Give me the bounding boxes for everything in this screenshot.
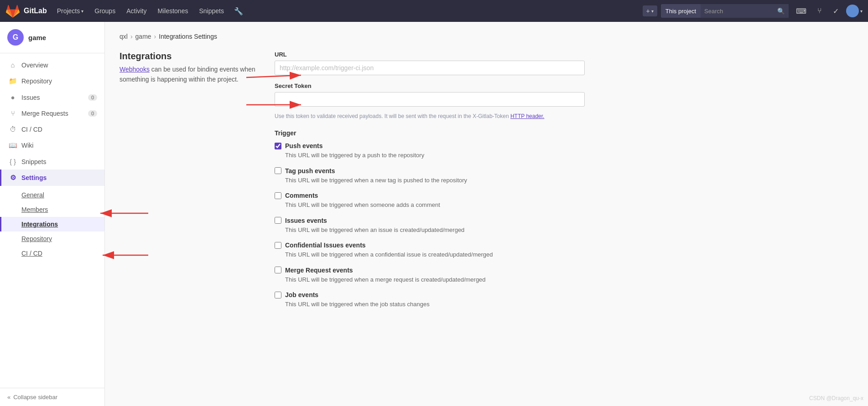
url-input[interactable] xyxy=(275,61,585,75)
breadcrumb-qxl[interactable]: qxl xyxy=(120,33,128,40)
sidebar-sub-item-members[interactable]: Members xyxy=(0,202,104,217)
issues-events-desc: This URL will be triggered when an issue… xyxy=(285,226,585,235)
job-events-checkbox[interactable] xyxy=(275,292,281,298)
nav-activity[interactable]: Activity xyxy=(122,5,151,16)
main-content: qxl › game › Integrations Settings Integ… xyxy=(105,22,868,406)
sidebar-sub-item-repository[interactable]: Repository xyxy=(0,231,104,246)
breadcrumb: qxl › game › Integrations Settings xyxy=(120,33,853,40)
trigger-title: Trigger xyxy=(275,129,585,137)
sidebar-item-ci-cd[interactable]: ⏱ CI / CD xyxy=(0,121,104,137)
search-submit-button[interactable]: 🔍 xyxy=(774,4,789,18)
trigger-checkbox-row-job: Job events xyxy=(275,291,585,298)
merge-request-events-label: Merge Request events xyxy=(285,267,353,274)
issues-icon: ● xyxy=(9,93,17,101)
sidebar-sub-item-integrations-label: Integrations xyxy=(21,221,58,228)
ci-cd-icon: ⏱ xyxy=(9,125,17,133)
trigger-checkbox-row-comments: Comments xyxy=(275,192,585,199)
page-description: Webhooks can be used for binding events … xyxy=(120,64,256,85)
comments-desc: This URL will be triggered when someone … xyxy=(285,200,585,210)
sidebar-item-settings[interactable]: ⚙ Settings xyxy=(0,170,104,186)
trigger-item-push-events: Push events This URL will be triggered b… xyxy=(275,142,585,160)
sidebar-item-snippets-label: Snippets xyxy=(21,158,46,165)
sidebar-item-repository-label: Repository xyxy=(21,77,52,85)
sidebar-item-snippets[interactable]: { } Snippets xyxy=(0,154,104,170)
merge-requests-nav-button[interactable]: ⑂ xyxy=(814,5,826,17)
wiki-icon: 📖 xyxy=(9,141,17,149)
plus-button[interactable]: + ▾ xyxy=(643,5,657,16)
confidential-issues-checkbox[interactable] xyxy=(275,242,281,249)
sidebar-item-overview[interactable]: ⌂ Overview xyxy=(0,57,104,73)
sidebar-item-ci-cd-label: CI / CD xyxy=(21,126,42,133)
sidebar-project-avatar: G xyxy=(7,29,24,46)
sidebar-item-issues-label: Issues xyxy=(21,94,40,101)
collapse-sidebar[interactable]: « Collapse sidebar xyxy=(0,388,104,406)
sidebar-item-wiki[interactable]: 📖 Wiki xyxy=(0,137,104,154)
this-project-button[interactable]: This project xyxy=(661,4,701,18)
sidebar-item-repository[interactable]: 📁 Repository xyxy=(0,73,104,89)
keyboard-shortcut-button[interactable]: ⌨ xyxy=(792,5,810,17)
push-events-checkbox[interactable] xyxy=(275,143,281,149)
user-menu-button[interactable]: ▾ xyxy=(846,5,863,17)
page-wrapper: G game ⌂ Overview 📁 Repository ● Issues … xyxy=(0,22,868,406)
settings-icon: ⚙ xyxy=(9,174,17,182)
snippets-icon: { } xyxy=(9,158,17,165)
sidebar: G game ⌂ Overview 📁 Repository ● Issues … xyxy=(0,22,105,406)
merge-request-events-checkbox[interactable] xyxy=(275,267,281,273)
trigger-item-job: Job events This URL will be triggered wh… xyxy=(275,291,585,309)
trigger-checkbox-row-tag: Tag push events xyxy=(275,167,585,175)
trigger-checkbox-row-confidential: Confidential Issues events xyxy=(275,242,585,249)
sidebar-item-merge-requests[interactable]: ⑂ Merge Requests 0 xyxy=(0,105,104,121)
sidebar-sub-item-general[interactable]: General xyxy=(0,188,104,202)
merge-requests-badge: 0 xyxy=(88,110,97,117)
topnav: GitLab Projects ▾ Groups Activity Milest… xyxy=(0,0,868,22)
search-icon: 🔍 xyxy=(777,8,785,15)
trigger-checkbox-row-merge: Merge Request events xyxy=(275,267,585,274)
merge-requests-icon: ⑂ xyxy=(9,109,17,117)
breadcrumb-sep-1: › xyxy=(130,33,133,40)
search-input[interactable] xyxy=(701,4,774,18)
push-events-label: Push events xyxy=(285,142,322,149)
trigger-item-confidential-issues: Confidential Issues events This URL will… xyxy=(275,242,585,259)
job-events-desc: This URL will be triggered when the job … xyxy=(285,300,585,309)
comments-label: Comments xyxy=(285,192,318,199)
repository-icon: 📁 xyxy=(9,77,17,85)
http-header-link[interactable]: HTTP header. xyxy=(510,113,544,119)
sidebar-item-overview-label: Overview xyxy=(21,62,48,69)
breadcrumb-game[interactable]: game xyxy=(135,33,151,40)
secret-token-label: Secret Token xyxy=(275,82,585,89)
confidential-issues-label: Confidential Issues events xyxy=(285,242,366,249)
sidebar-sub-item-ci-cd[interactable]: CI / CD xyxy=(0,246,104,261)
issues-nav-button[interactable]: ✓ xyxy=(829,5,842,17)
comments-checkbox[interactable] xyxy=(275,192,281,199)
issues-events-checkbox[interactable] xyxy=(275,217,281,224)
sidebar-project-name: game xyxy=(28,34,46,41)
push-events-desc: This URL will be triggered by a push to … xyxy=(285,151,585,160)
nav-projects[interactable]: Projects ▾ xyxy=(52,5,88,16)
nav-milestones[interactable]: Milestones xyxy=(153,5,193,16)
sidebar-item-merge-requests-label: Merge Requests xyxy=(21,110,68,117)
trigger-checkbox-row-issues: Issues events xyxy=(275,217,585,224)
sidebar-item-issues[interactable]: ● Issues 0 xyxy=(0,89,104,105)
trigger-item-issues: Issues events This URL will be triggered… xyxy=(275,217,585,235)
trigger-section: Trigger Push events This URL will be tri… xyxy=(275,129,585,309)
merge-request-events-desc: This URL will be triggered when a merge … xyxy=(285,275,585,284)
confidential-issues-desc: This URL will be triggered when a confid… xyxy=(285,250,585,259)
settings-sub-nav: General Members Integrations Repository … xyxy=(0,186,104,264)
plus-arrow: ▾ xyxy=(651,9,654,14)
secret-token-input[interactable] xyxy=(275,92,585,107)
collapse-sidebar-icon: « xyxy=(7,394,10,401)
tag-push-checkbox[interactable] xyxy=(275,167,281,174)
wrench-button[interactable]: 🔧 xyxy=(230,5,247,17)
sidebar-sub-item-integrations[interactable]: Integrations xyxy=(0,217,104,231)
topnav-nav: Projects ▾ Groups Activity Milestones Sn… xyxy=(52,5,641,17)
topnav-right: + ▾ This project 🔍 ⌨ ⑂ ✓ ▾ xyxy=(643,4,863,18)
gitlab-wordmark: GitLab xyxy=(24,7,47,15)
nav-snippets[interactable]: Snippets xyxy=(194,5,228,16)
issues-badge: 0 xyxy=(88,94,97,101)
nav-groups[interactable]: Groups xyxy=(90,5,120,16)
webhooks-link[interactable]: Webhooks xyxy=(120,66,150,73)
gitlab-logo[interactable]: GitLab xyxy=(5,4,47,18)
content-left: Integrations Webhooks can be used for bi… xyxy=(120,51,256,316)
user-avatar xyxy=(846,5,859,17)
sidebar-item-wiki-label: Wiki xyxy=(21,142,33,149)
